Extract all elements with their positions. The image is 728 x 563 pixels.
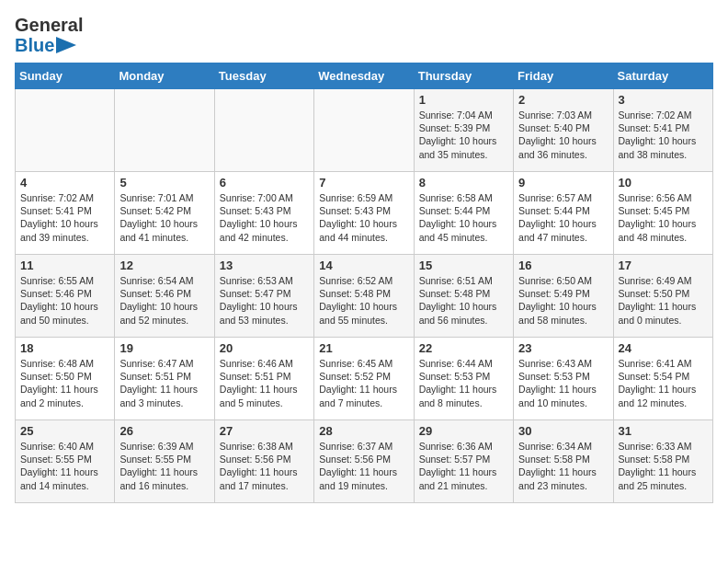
calendar-cell: 8Sunrise: 6:58 AMSunset: 5:44 PMDaylight… — [414, 172, 513, 255]
day-info: and 52 minutes. — [119, 314, 209, 327]
day-number: 21 — [319, 341, 408, 355]
day-info: Daylight: 11 hours — [119, 383, 209, 396]
calendar-cell: 24Sunrise: 6:41 AMSunset: 5:54 PMDayligh… — [613, 338, 712, 420]
day-info: Sunrise: 6:47 AM — [119, 357, 209, 370]
header-thursday: Thursday — [414, 63, 513, 89]
week-row-3: 11Sunrise: 6:55 AMSunset: 5:46 PMDayligh… — [16, 255, 713, 338]
day-number: 29 — [419, 424, 508, 438]
day-info: Sunset: 5:58 PM — [619, 453, 708, 465]
calendar-cell: 27Sunrise: 6:38 AMSunset: 5:56 PMDayligh… — [214, 420, 313, 503]
day-info: Daylight: 10 hours — [119, 217, 209, 230]
day-info: Daylight: 10 hours — [220, 300, 309, 313]
day-number: 7 — [319, 176, 408, 190]
day-info: Sunset: 5:42 PM — [119, 204, 209, 217]
day-info: Daylight: 10 hours — [20, 217, 109, 230]
day-info: Sunset: 5:51 PM — [220, 370, 309, 383]
day-info: Sunrise: 6:38 AM — [220, 440, 309, 453]
day-info: Sunrise: 6:57 AM — [518, 191, 608, 204]
day-info: Daylight: 10 hours — [319, 300, 408, 313]
day-info: Daylight: 11 hours — [419, 465, 508, 478]
day-info: Sunset: 5:53 PM — [419, 370, 508, 383]
day-info: and 38 minutes. — [619, 148, 708, 161]
day-number: 27 — [220, 424, 309, 438]
day-info: Sunrise: 6:34 AM — [518, 440, 608, 453]
day-number: 8 — [419, 176, 508, 190]
day-info: Sunrise: 6:43 AM — [518, 357, 608, 370]
header-monday: Monday — [115, 63, 214, 89]
day-number: 18 — [20, 341, 109, 355]
day-info: and 3 minutes. — [119, 396, 209, 409]
day-info: and 17 minutes. — [220, 479, 309, 492]
day-info: and 53 minutes. — [220, 314, 309, 327]
svg-marker-0 — [56, 37, 76, 53]
day-info: Sunrise: 7:03 AM — [518, 109, 608, 121]
calendar-cell: 25Sunrise: 6:40 AMSunset: 5:55 PMDayligh… — [16, 420, 115, 503]
day-info: Sunset: 5:48 PM — [419, 287, 508, 300]
day-info: and 58 minutes. — [518, 314, 608, 327]
day-info: Daylight: 11 hours — [419, 383, 508, 396]
day-info: Daylight: 11 hours — [20, 383, 109, 396]
calendar-header-row: SundayMondayTuesdayWednesdayThursdayFrid… — [16, 63, 713, 89]
day-info: Sunset: 5:45 PM — [619, 204, 708, 217]
day-info: Sunrise: 6:54 AM — [119, 274, 209, 287]
header-wednesday: Wednesday — [314, 63, 414, 89]
day-info: Sunset: 5:46 PM — [20, 287, 109, 300]
day-info: Daylight: 10 hours — [119, 300, 209, 313]
day-number: 20 — [220, 341, 309, 355]
day-info: Sunrise: 6:52 AM — [319, 274, 408, 287]
logo-general: General — [15, 15, 83, 35]
calendar-cell: 1Sunrise: 7:04 AMSunset: 5:39 PMDaylight… — [414, 89, 513, 172]
calendar-cell: 19Sunrise: 6:47 AMSunset: 5:51 PMDayligh… — [115, 338, 214, 420]
day-info: Sunrise: 7:04 AM — [419, 109, 508, 121]
day-info: and 2 minutes. — [20, 396, 109, 409]
week-row-2: 4Sunrise: 7:02 AMSunset: 5:41 PMDaylight… — [16, 172, 713, 255]
day-info: Daylight: 10 hours — [518, 217, 608, 230]
day-info: Sunrise: 6:46 AM — [220, 357, 309, 370]
calendar-cell: 21Sunrise: 6:45 AMSunset: 5:52 PMDayligh… — [314, 338, 414, 420]
calendar-cell: 14Sunrise: 6:52 AMSunset: 5:48 PMDayligh… — [314, 255, 414, 338]
day-info: Sunset: 5:43 PM — [319, 204, 408, 217]
calendar-cell: 6Sunrise: 7:00 AMSunset: 5:43 PMDaylight… — [214, 172, 313, 255]
calendar-cell: 9Sunrise: 6:57 AMSunset: 5:44 PMDaylight… — [514, 172, 613, 255]
day-info: Sunrise: 6:48 AM — [20, 357, 109, 370]
day-info: and 10 minutes. — [518, 396, 608, 409]
calendar-cell: 17Sunrise: 6:49 AMSunset: 5:50 PMDayligh… — [613, 255, 712, 338]
day-info: Daylight: 11 hours — [20, 465, 109, 478]
day-info: and 55 minutes. — [319, 314, 408, 327]
day-number: 11 — [20, 259, 109, 272]
day-info: Daylight: 11 hours — [518, 383, 608, 396]
day-info: and 25 minutes. — [619, 479, 708, 492]
day-info: Sunset: 5:47 PM — [220, 287, 309, 300]
day-info: Sunset: 5:53 PM — [518, 370, 608, 383]
day-info: Daylight: 11 hours — [220, 465, 309, 478]
day-info: Sunset: 5:54 PM — [619, 370, 708, 383]
day-info: Daylight: 10 hours — [419, 134, 508, 147]
day-info: Sunrise: 6:58 AM — [419, 191, 508, 204]
day-info: Sunset: 5:49 PM — [518, 287, 608, 300]
day-info: and 41 minutes. — [119, 231, 209, 244]
day-info: Daylight: 11 hours — [619, 383, 708, 396]
day-number: 6 — [220, 176, 309, 190]
day-info: Sunrise: 7:02 AM — [20, 191, 109, 204]
day-info: Sunset: 5:50 PM — [20, 370, 109, 383]
day-info: Sunrise: 6:39 AM — [119, 440, 209, 453]
day-info: Daylight: 10 hours — [419, 217, 508, 230]
day-number: 5 — [119, 176, 209, 190]
day-info: Sunset: 5:51 PM — [119, 370, 209, 383]
day-number: 9 — [518, 176, 608, 190]
day-info: Sunrise: 6:55 AM — [20, 274, 109, 287]
day-number: 22 — [419, 341, 508, 355]
day-info: Sunrise: 6:53 AM — [220, 274, 309, 287]
day-info: Sunset: 5:44 PM — [419, 204, 508, 217]
day-number: 16 — [518, 259, 608, 272]
day-info: Daylight: 11 hours — [319, 383, 408, 396]
day-number: 23 — [518, 341, 608, 355]
day-info: and 48 minutes. — [619, 231, 708, 244]
day-info: and 45 minutes. — [419, 231, 508, 244]
day-info: and 5 minutes. — [220, 396, 309, 409]
day-number: 12 — [119, 259, 209, 272]
day-info: and 12 minutes. — [619, 396, 708, 409]
day-info: Daylight: 10 hours — [518, 134, 608, 147]
day-info: Sunset: 5:48 PM — [319, 287, 408, 300]
day-info: and 19 minutes. — [319, 479, 408, 492]
